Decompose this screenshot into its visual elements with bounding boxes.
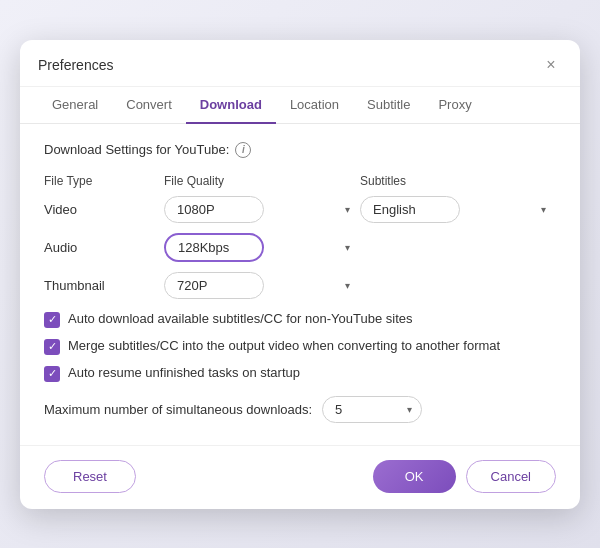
dialog-header: Preferences × [20, 40, 580, 87]
video-label: Video [44, 202, 164, 217]
checkbox-merge-subtitle-box: ✓ [44, 339, 60, 355]
audio-row: Audio 64Kbps 128Kbps 192Kbps 256Kbps 320… [44, 233, 556, 262]
cancel-button[interactable]: Cancel [466, 460, 556, 493]
audio-quality-wrap: 64Kbps 128Kbps 192Kbps 256Kbps 320Kbps ▾ [164, 233, 360, 262]
max-downloads-label: Maximum number of simultaneous downloads… [44, 402, 312, 417]
dialog-body: Download Settings for YouTube: i File Ty… [20, 124, 580, 439]
subtitle-language-wrap: None English Spanish French German ▾ [360, 196, 556, 223]
audio-quality-select[interactable]: 64Kbps 128Kbps 192Kbps 256Kbps 320Kbps [164, 233, 264, 262]
footer-right: OK Cancel [373, 460, 556, 493]
col-file-type: File Type [44, 174, 164, 188]
subtitle-chevron: ▾ [541, 204, 546, 215]
video-quality-wrap: 360P 480P 720P 1080P 1440P 4K ▾ [164, 196, 360, 223]
reset-button[interactable]: Reset [44, 460, 136, 493]
dialog-footer: Reset OK Cancel [20, 445, 580, 509]
audio-quality-chevron: ▾ [345, 242, 350, 253]
video-row: Video 360P 480P 720P 1080P 1440P 4K ▾ No… [44, 196, 556, 223]
checkbox-merge-subtitle-label: Merge subtitles/CC into the output video… [68, 338, 500, 353]
audio-label: Audio [44, 240, 164, 255]
tab-subtitle[interactable]: Subtitle [353, 87, 424, 124]
info-icon: i [235, 142, 251, 158]
checkbox-auto-resume[interactable]: ✓ Auto resume unfinished tasks on startu… [44, 365, 556, 382]
tabs-bar: General Convert Download Location Subtit… [20, 87, 580, 124]
checkbox-auto-resume-label: Auto resume unfinished tasks on startup [68, 365, 300, 380]
checkbox-auto-subtitle-box: ✓ [44, 312, 60, 328]
tab-download[interactable]: Download [186, 87, 276, 124]
col-file-quality: File Quality [164, 174, 360, 188]
max-downloads-select[interactable]: 1 2 3 4 5 6 7 8 [322, 396, 422, 423]
video-quality-chevron: ▾ [345, 204, 350, 215]
thumbnail-quality-wrap: 360P 480P 720P 1080P ▾ [164, 272, 360, 299]
tab-proxy[interactable]: Proxy [424, 87, 485, 124]
checkbox-auto-subtitle[interactable]: ✓ Auto download available subtitles/CC f… [44, 311, 556, 328]
tab-convert[interactable]: Convert [112, 87, 186, 124]
thumbnail-row: Thumbnail 360P 480P 720P 1080P ▾ [44, 272, 556, 299]
dialog-title: Preferences [38, 57, 113, 73]
checkbox-auto-resume-box: ✓ [44, 366, 60, 382]
max-downloads-wrap: 1 2 3 4 5 6 7 8 ▾ [322, 396, 422, 423]
video-quality-select[interactable]: 360P 480P 720P 1080P 1440P 4K [164, 196, 264, 223]
max-downloads-row: Maximum number of simultaneous downloads… [44, 396, 556, 423]
grid-headers: File Type File Quality Subtitles [44, 174, 556, 188]
settings-grid: File Type File Quality Subtitles Video 3… [44, 174, 556, 299]
ok-button[interactable]: OK [373, 460, 456, 493]
checkbox-auto-subtitle-label: Auto download available subtitles/CC for… [68, 311, 412, 326]
checkbox-merge-subtitle[interactable]: ✓ Merge subtitles/CC into the output vid… [44, 338, 556, 355]
close-button[interactable]: × [540, 54, 562, 76]
thumbnail-quality-select[interactable]: 360P 480P 720P 1080P [164, 272, 264, 299]
tab-general[interactable]: General [38, 87, 112, 124]
thumbnail-label: Thumbnail [44, 278, 164, 293]
tab-location[interactable]: Location [276, 87, 353, 124]
preferences-dialog: Preferences × General Convert Download L… [20, 40, 580, 509]
subtitle-language-select[interactable]: None English Spanish French German [360, 196, 460, 223]
thumbnail-quality-chevron: ▾ [345, 280, 350, 291]
checkboxes-group: ✓ Auto download available subtitles/CC f… [44, 311, 556, 382]
section-title: Download Settings for YouTube: i [44, 142, 556, 158]
col-subtitles: Subtitles [360, 174, 556, 188]
